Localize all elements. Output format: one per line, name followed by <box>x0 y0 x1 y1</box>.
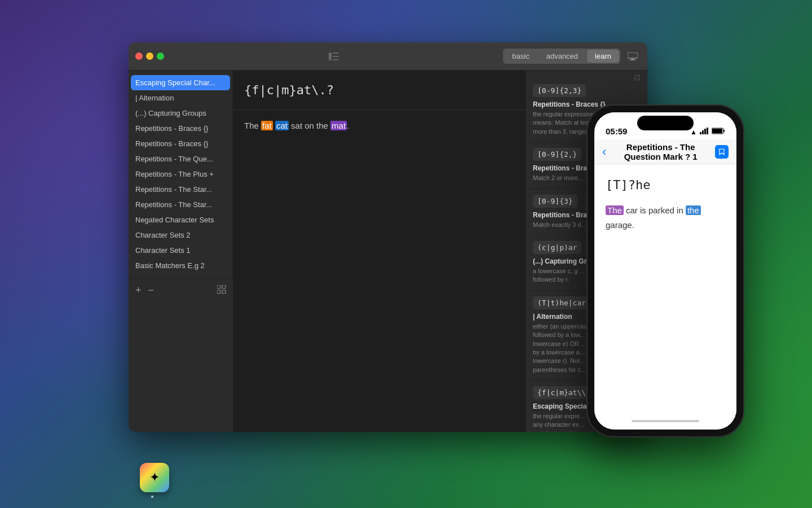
phone-back-button[interactable]: ‹ <box>602 144 606 159</box>
sidebar-item-escaping[interactable]: Escaping Special Char... <box>131 75 230 90</box>
highlight-mat: mat <box>330 121 347 130</box>
text-before: The <box>244 121 261 130</box>
phone-nav-title: Repetitions - The Question Mark ? 1 <box>612 142 709 161</box>
lesson-regex-4: (T|t)he|car <box>533 296 590 309</box>
add-button[interactable]: + <box>135 284 142 296</box>
phone-regex: [T]?he <box>606 178 725 192</box>
signal-icon <box>700 128 709 136</box>
lesson-regex-1: [0-9]{2,} <box>533 148 581 161</box>
sidebar-toggle-button[interactable] <box>326 50 342 63</box>
svg-rect-16 <box>723 130 725 132</box>
text-display: The fat cat sat on the mat. <box>233 110 526 432</box>
sidebar-item-braces2[interactable]: Repetitions - Braces {} <box>129 136 232 151</box>
phone-status-icons: ▲ <box>690 128 725 136</box>
phone-highlight-the: The <box>606 205 624 215</box>
svg-rect-14 <box>707 128 708 134</box>
battery-icon <box>712 128 725 136</box>
sidebar-item-star2[interactable]: Repetitions - The Star... <box>129 197 232 212</box>
svg-rect-6 <box>629 60 636 60</box>
text-middle: sat on the <box>289 121 330 130</box>
tab-group: basic advanced learn <box>503 49 620 64</box>
minimize-button[interactable] <box>146 52 153 60</box>
svg-rect-13 <box>704 129 706 134</box>
app-window: basic advanced learn Escaping Special Ch… <box>129 42 647 432</box>
sidebar-item-alternation[interactable]: | Alternation <box>129 90 232 106</box>
home-bar <box>632 420 699 422</box>
svg-rect-5 <box>631 59 634 60</box>
phone-bookmark-icon[interactable] <box>715 145 729 159</box>
maximize-button[interactable] <box>157 52 164 60</box>
card-nav-icon: ⊡ <box>634 73 641 82</box>
lesson-regex-top: [0-9]{2,3} <box>533 84 586 97</box>
phone-overlay: 05:59 ▲ <box>586 104 744 437</box>
close-button[interactable] <box>135 52 143 60</box>
tab-advanced[interactable]: advanced <box>539 50 586 63</box>
dock-indicator-dot <box>151 496 153 498</box>
sidebar-item-braces1[interactable]: Repetitions - Braces {} <box>129 121 232 136</box>
sidebar-item-charsets2[interactable]: Character Sets 2 <box>129 227 232 243</box>
sidebar-item-negated[interactable]: Negated Character Sets <box>129 212 232 227</box>
sidebar-item-star1[interactable]: Repetitions - The Star... <box>129 182 232 197</box>
main-content: Escaping Special Char... | Alternation (… <box>129 71 647 432</box>
highlight-cat: cat <box>275 121 289 130</box>
svg-rect-8 <box>222 285 226 288</box>
sidebar-bottom: + − <box>129 278 233 303</box>
svg-rect-4 <box>628 52 638 58</box>
sidebar-item-question[interactable]: Repetitions - The Que... <box>129 151 232 167</box>
phone-nav-bar: ‹ Repetitions - The Question Mark ? 1 <box>594 139 736 164</box>
tab-basic[interactable]: basic <box>504 50 537 63</box>
title-bar-center <box>169 50 498 63</box>
phone-highlight-the2: the <box>686 205 701 215</box>
regex-text: {f|c|m}at\.? <box>244 83 334 97</box>
highlight-fat: fat <box>261 121 273 130</box>
svg-rect-2 <box>333 56 339 57</box>
phone-frame: 05:59 ▲ <box>586 104 744 437</box>
phone-time: 05:59 <box>606 126 627 136</box>
svg-rect-12 <box>702 130 704 134</box>
phone-text-middle: car is parked in <box>624 205 686 215</box>
lesson-regex-3: (c|g|p)ar <box>533 241 581 254</box>
svg-rect-10 <box>222 290 226 294</box>
app-icon-emoji: ✦ <box>149 470 160 485</box>
center-panel: {f|c|m}at\.? The fat cat sat on the mat. <box>233 71 526 432</box>
wifi-icon: ▲ <box>690 128 697 136</box>
svg-rect-17 <box>712 129 722 133</box>
text-period: . <box>347 121 349 130</box>
svg-rect-3 <box>333 59 339 60</box>
svg-rect-11 <box>700 132 701 134</box>
traffic-lights <box>135 52 164 60</box>
dock-app-icon[interactable]: ✦ <box>140 463 169 492</box>
phone-text-area: The car is parked in the garage. <box>606 203 725 232</box>
sidebar-item-charsets1[interactable]: Character Sets 1 <box>129 243 232 258</box>
phone-screen: 05:59 ▲ <box>594 112 736 430</box>
regex-display: {f|c|m}at\.? <box>233 71 526 110</box>
sidebar-item-plus[interactable]: Repetitions - The Plus + <box>129 167 232 182</box>
svg-rect-0 <box>329 52 332 60</box>
title-bar: basic advanced learn <box>129 42 647 71</box>
phone-home-indicator <box>594 413 736 430</box>
remove-button[interactable]: − <box>148 284 155 296</box>
svg-rect-7 <box>217 285 220 288</box>
tab-learn[interactable]: learn <box>587 50 619 63</box>
lesson-regex-2: [0-9]{3} <box>533 195 577 208</box>
phone-text-end: garage. <box>606 220 634 230</box>
sidebar: Escaping Special Char... | Alternation (… <box>129 71 233 278</box>
sidebar-item-basic[interactable]: Basic Matchers E.g 2 <box>129 258 232 273</box>
display-icon-button[interactable] <box>625 49 641 64</box>
svg-rect-9 <box>217 290 220 294</box>
sidebar-item-capturing[interactable]: (...) Capturing Groups <box>129 106 232 121</box>
sidebar-container: Escaping Special Char... | Alternation (… <box>129 71 233 432</box>
grid-button[interactable] <box>217 285 226 296</box>
svg-rect-1 <box>333 52 339 54</box>
phone-content: [T]?he The car is parked in the garage. <box>594 164 736 413</box>
dynamic-island <box>637 116 694 130</box>
